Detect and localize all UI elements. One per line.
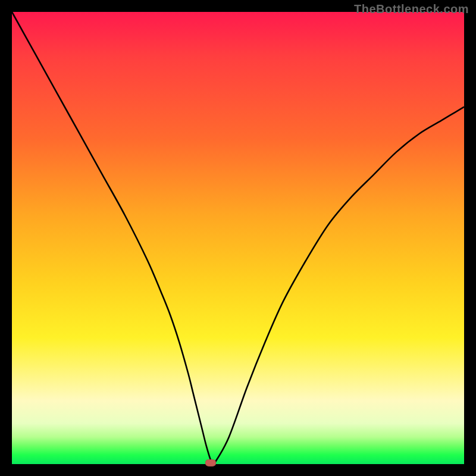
plot-area — [12, 12, 464, 464]
bottleneck-curve-path — [12, 12, 464, 464]
chart-frame: TheBottleneck.com — [0, 0, 476, 476]
bottleneck-curve-svg — [12, 12, 464, 464]
watermark-text: TheBottleneck.com — [354, 2, 469, 16]
minimum-marker — [205, 459, 216, 466]
